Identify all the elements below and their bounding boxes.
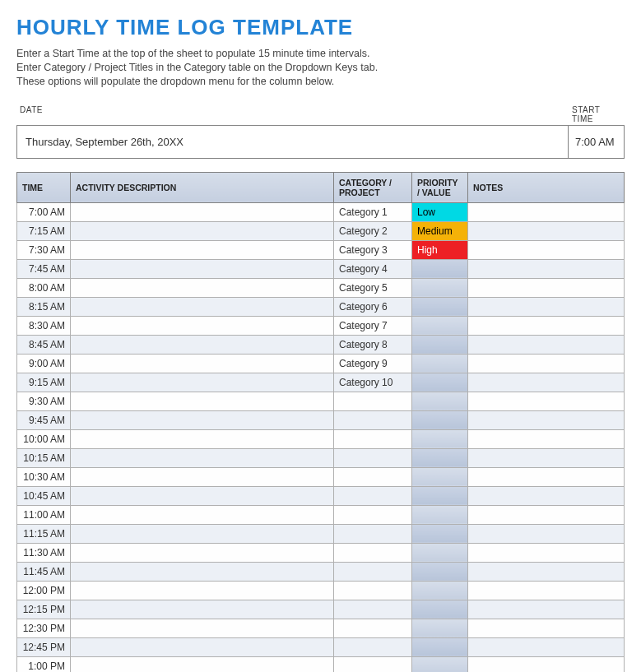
cell-priority[interactable]: Medium <box>412 221 468 240</box>
cell-priority[interactable] <box>412 467 468 486</box>
cell-priority[interactable] <box>412 600 468 619</box>
cell-notes[interactable] <box>468 221 625 240</box>
cell-category[interactable] <box>334 619 412 637</box>
cell-notes[interactable] <box>468 278 625 297</box>
cell-notes[interactable] <box>468 448 625 467</box>
cell-notes[interactable] <box>468 297 625 316</box>
cell-priority[interactable] <box>412 486 468 505</box>
cell-activity[interactable] <box>71 202 334 221</box>
cell-category[interactable] <box>334 581 412 600</box>
cell-notes[interactable] <box>468 581 625 600</box>
cell-activity[interactable] <box>71 354 334 373</box>
cell-category[interactable] <box>334 524 412 543</box>
cell-notes[interactable] <box>468 600 625 619</box>
cell-category[interactable] <box>334 429 412 448</box>
cell-notes[interactable] <box>468 202 625 221</box>
cell-activity[interactable] <box>71 335 334 354</box>
cell-notes[interactable] <box>468 637 625 656</box>
cell-activity[interactable] <box>71 562 334 581</box>
cell-activity[interactable] <box>71 600 334 619</box>
cell-category[interactable] <box>334 505 412 524</box>
cell-category[interactable]: Category 2 <box>334 221 412 240</box>
cell-priority[interactable] <box>412 581 468 600</box>
cell-priority[interactable] <box>412 562 468 581</box>
cell-category[interactable]: Category 6 <box>334 297 412 316</box>
cell-category[interactable]: Category 3 <box>334 240 412 259</box>
cell-activity[interactable] <box>71 392 334 410</box>
cell-activity[interactable] <box>71 221 334 240</box>
cell-notes[interactable] <box>468 486 625 505</box>
cell-priority[interactable] <box>412 278 468 297</box>
cell-notes[interactable] <box>468 429 625 448</box>
cell-category[interactable] <box>334 467 412 486</box>
cell-activity[interactable] <box>71 429 334 448</box>
cell-notes[interactable] <box>468 373 625 392</box>
cell-activity[interactable] <box>71 581 334 600</box>
start-time-input[interactable]: 7:00 AM <box>568 126 624 158</box>
cell-priority[interactable] <box>412 448 468 467</box>
cell-priority[interactable]: High <box>412 240 468 259</box>
cell-activity[interactable] <box>71 524 334 543</box>
cell-category[interactable] <box>334 410 412 429</box>
cell-category[interactable]: Category 10 <box>334 373 412 392</box>
cell-activity[interactable] <box>71 259 334 278</box>
cell-activity[interactable] <box>71 656 334 672</box>
cell-category[interactable]: Category 8 <box>334 335 412 354</box>
cell-priority[interactable] <box>412 335 468 354</box>
cell-priority[interactable]: Low <box>412 202 468 221</box>
cell-activity[interactable] <box>71 373 334 392</box>
cell-activity[interactable] <box>71 297 334 316</box>
cell-priority[interactable] <box>412 524 468 543</box>
date-input[interactable]: Thursday, September 26th, 20XX <box>17 126 396 158</box>
cell-activity[interactable] <box>71 316 334 335</box>
cell-priority[interactable] <box>412 392 468 410</box>
cell-priority[interactable] <box>412 429 468 448</box>
cell-priority[interactable] <box>412 656 468 672</box>
cell-category[interactable]: Category 7 <box>334 316 412 335</box>
cell-notes[interactable] <box>468 354 625 373</box>
cell-notes[interactable] <box>468 240 625 259</box>
cell-notes[interactable] <box>468 392 625 410</box>
cell-category[interactable] <box>334 600 412 619</box>
cell-activity[interactable] <box>71 467 334 486</box>
cell-priority[interactable] <box>412 259 468 278</box>
cell-category[interactable] <box>334 637 412 656</box>
cell-priority[interactable] <box>412 410 468 429</box>
cell-category[interactable]: Category 1 <box>334 202 412 221</box>
cell-priority[interactable] <box>412 297 468 316</box>
cell-activity[interactable] <box>71 619 334 637</box>
cell-category[interactable]: Category 9 <box>334 354 412 373</box>
cell-notes[interactable] <box>468 524 625 543</box>
cell-notes[interactable] <box>468 335 625 354</box>
cell-notes[interactable] <box>468 259 625 278</box>
cell-category[interactable]: Category 4 <box>334 259 412 278</box>
cell-notes[interactable] <box>468 543 625 562</box>
cell-notes[interactable] <box>468 619 625 637</box>
cell-priority[interactable] <box>412 619 468 637</box>
cell-category[interactable] <box>334 448 412 467</box>
cell-activity[interactable] <box>71 637 334 656</box>
cell-notes[interactable] <box>468 505 625 524</box>
cell-notes[interactable] <box>468 562 625 581</box>
cell-priority[interactable] <box>412 316 468 335</box>
cell-activity[interactable] <box>71 486 334 505</box>
cell-priority[interactable] <box>412 373 468 392</box>
cell-category[interactable] <box>334 486 412 505</box>
cell-activity[interactable] <box>71 278 334 297</box>
cell-activity[interactable] <box>71 505 334 524</box>
cell-priority[interactable] <box>412 543 468 562</box>
cell-activity[interactable] <box>71 410 334 429</box>
cell-priority[interactable] <box>412 505 468 524</box>
cell-category[interactable] <box>334 392 412 410</box>
cell-notes[interactable] <box>468 656 625 672</box>
cell-category[interactable]: Category 5 <box>334 278 412 297</box>
cell-category[interactable] <box>334 656 412 672</box>
cell-activity[interactable] <box>71 448 334 467</box>
cell-notes[interactable] <box>468 467 625 486</box>
cell-activity[interactable] <box>71 543 334 562</box>
cell-notes[interactable] <box>468 410 625 429</box>
cell-category[interactable] <box>334 562 412 581</box>
cell-category[interactable] <box>334 543 412 562</box>
cell-priority[interactable] <box>412 637 468 656</box>
cell-activity[interactable] <box>71 240 334 259</box>
